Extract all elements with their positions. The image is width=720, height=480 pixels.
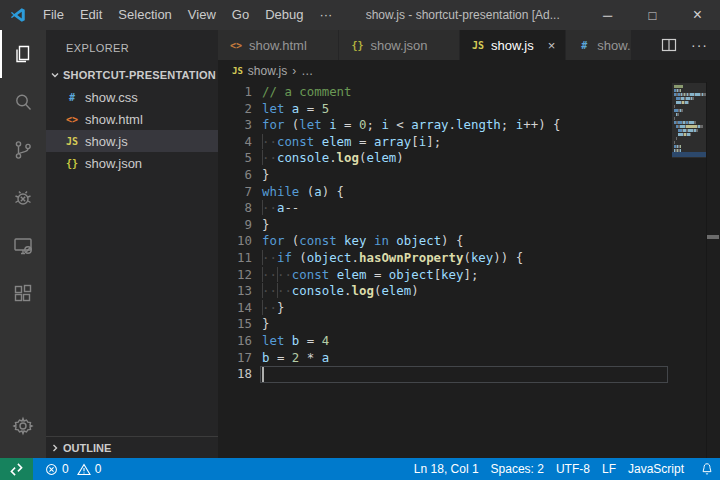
chevron-right-icon — [50, 443, 60, 453]
tab-bar: <> show.html × {} show.json × JS show.js… — [218, 30, 720, 60]
code-text: ··} — [262, 300, 284, 317]
notifications-bell[interactable] — [694, 458, 720, 480]
line-number: 15 — [218, 316, 252, 333]
file-item-show.css[interactable]: # show.css — [46, 86, 218, 108]
close-button[interactable]: × — [675, 0, 720, 30]
line-number: 13 — [218, 283, 252, 300]
file-type-icon: <> — [64, 114, 80, 125]
code-line-15[interactable]: 15} — [218, 316, 720, 333]
settings-gear-icon[interactable] — [0, 402, 46, 450]
ruler-cursor-marker — [707, 235, 719, 239]
status-eol[interactable]: LF — [596, 458, 622, 480]
debug-icon[interactable] — [0, 174, 46, 222]
line-number: 6 — [218, 167, 252, 184]
remote-indicator[interactable] — [0, 458, 33, 480]
tab-show.json[interactable]: {} show.json × — [339, 30, 460, 60]
menu-[interactable]: ··· — [311, 0, 340, 30]
code-line-6[interactable]: 6} — [218, 167, 720, 184]
errors-icon — [45, 463, 58, 476]
code-text: ····console.log(elem) — [262, 283, 419, 300]
code-line-16[interactable]: 16let b = 4 — [218, 333, 720, 350]
overview-ruler[interactable] — [706, 82, 720, 458]
menu-view[interactable]: View — [180, 0, 224, 30]
tab-label: show. — [597, 38, 630, 53]
minimize-button[interactable]: ─ — [585, 0, 630, 30]
code-text: } — [262, 217, 269, 234]
folder-name: SHORTCUT-PRESENTATION — [63, 69, 216, 81]
code-line-2[interactable]: 2let a = 5 — [218, 101, 720, 118]
editor-actions: ··· — [632, 30, 720, 60]
folder-header[interactable]: SHORTCUT-PRESENTATION — [46, 64, 218, 86]
minimap[interactable] — [672, 83, 706, 158]
code-line-3[interactable]: 3for (let i = 0; i < array.length; i++) … — [218, 117, 720, 134]
line-number: 7 — [218, 184, 252, 201]
menu-edit[interactable]: Edit — [72, 0, 110, 30]
status-cursor-position[interactable]: Ln 18, Col 1 — [408, 458, 485, 480]
tab-label: show.json — [370, 38, 427, 53]
remote-explorer-icon[interactable] — [0, 222, 46, 270]
title-bar: FileEditSelectionViewGoDebug··· show.js … — [0, 0, 720, 30]
code-text: ··console.log(elem) — [262, 150, 404, 167]
code-line-1[interactable]: 1// a comment — [218, 84, 720, 101]
code-text: for (const key in object) { — [262, 233, 464, 250]
problems-indicator[interactable]: 0 0 — [39, 458, 107, 480]
file-type-icon: JS — [64, 136, 80, 147]
code-line-9[interactable]: 9} — [218, 217, 720, 234]
menu-selection[interactable]: Selection — [110, 0, 179, 30]
code-line-17[interactable]: 17b = 2 * a — [218, 350, 720, 367]
more-actions-icon[interactable]: ··· — [691, 40, 708, 50]
breadcrumb-file[interactable]: show.js — [248, 64, 287, 78]
code-line-11[interactable]: 11··if (object.hasOwnProperty(key)) { — [218, 250, 720, 267]
breadcrumb[interactable]: JS show.js › … — [218, 60, 720, 82]
code-line-14[interactable]: 14··} — [218, 300, 720, 317]
status-indentation[interactable]: Spaces: 2 — [485, 458, 550, 480]
current-line-highlight — [260, 366, 668, 383]
code-editor[interactable]: 1// a comment2let a = 53for (let i = 0; … — [218, 82, 720, 458]
tab-close-icon[interactable]: × — [548, 38, 556, 53]
code-text: for (let i = 0; i < array.length; i++) { — [262, 117, 561, 134]
code-line-5[interactable]: 5··console.log(elem) — [218, 150, 720, 167]
warnings-icon — [77, 463, 91, 476]
menu-debug[interactable]: Debug — [257, 0, 311, 30]
code-text: let b = 4 — [262, 333, 329, 350]
file-item-show.html[interactable]: <> show.html — [46, 108, 218, 130]
source-control-icon[interactable] — [0, 126, 46, 174]
split-editor-icon[interactable] — [661, 37, 677, 53]
window-title: show.js - shortcut-presentation [Ad... — [340, 8, 585, 22]
maximize-button[interactable]: □ — [630, 0, 675, 30]
code-line-8[interactable]: 8··a-- — [218, 200, 720, 217]
code-line-4[interactable]: 4··const elem = array[i]; — [218, 134, 720, 151]
breadcrumb-separator: › — [292, 64, 296, 78]
file-item-show.json[interactable]: {} show.json — [46, 152, 218, 174]
file-name: show.css — [85, 90, 138, 105]
status-encoding[interactable]: UTF-8 — [550, 458, 596, 480]
text-cursor — [262, 367, 264, 382]
code-text: ····const elem = object[key]; — [262, 267, 478, 284]
code-text: while (a) { — [262, 184, 344, 201]
chevron-down-icon — [50, 70, 60, 80]
code-line-7[interactable]: 7while (a) { — [218, 184, 720, 201]
tab-show.html[interactable]: <> show.html × — [218, 30, 339, 60]
code-line-13[interactable]: 13····console.log(elem) — [218, 283, 720, 300]
explorer-icon[interactable] — [0, 30, 46, 78]
outline-section[interactable]: OUTLINE — [46, 436, 218, 458]
menu-file[interactable]: File — [35, 0, 72, 30]
line-number: 1 — [218, 84, 252, 101]
search-icon[interactable] — [0, 78, 46, 126]
warnings-count: 0 — [95, 462, 102, 476]
file-item-show.js[interactable]: JS show.js — [46, 130, 218, 152]
file-type-icon: # — [64, 92, 80, 103]
code-line-12[interactable]: 12····const elem = object[key]; — [218, 267, 720, 284]
extensions-icon[interactable] — [0, 270, 46, 318]
code-line-18[interactable]: 18 — [218, 366, 720, 383]
tab-show.js[interactable]: JS show.js × — [460, 30, 566, 60]
breadcrumb-more[interactable]: … — [301, 64, 313, 78]
code-text: let a = 5 — [262, 101, 329, 118]
code-text: } — [262, 316, 269, 333]
code-line-10[interactable]: 10for (const key in object) { — [218, 233, 720, 250]
tab-show[interactable]: # show. × — [566, 30, 632, 60]
status-language-mode[interactable]: JavaScript — [622, 458, 690, 480]
menu-go[interactable]: Go — [224, 0, 257, 30]
line-number: 10 — [218, 233, 252, 250]
code-lines[interactable]: 1// a comment2let a = 53for (let i = 0; … — [218, 82, 720, 458]
